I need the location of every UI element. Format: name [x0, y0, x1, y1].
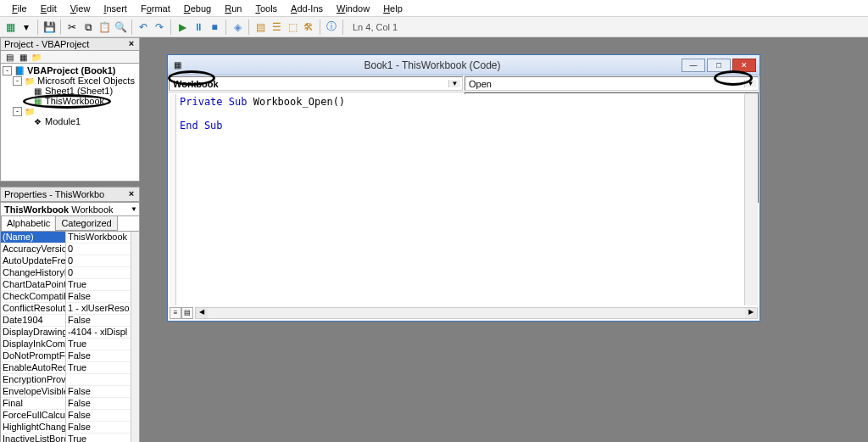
design-icon[interactable]: ◈ — [231, 20, 244, 34]
scroll-right-icon[interactable]: ▶ — [745, 308, 757, 318]
code-editor[interactable]: Private Sub Workbook_Open() End Sub — [170, 94, 758, 305]
project-explorer-icon[interactable]: ▤ — [253, 20, 267, 34]
tab-alphabetic[interactable]: Alphabetic — [1, 216, 56, 231]
toggle-folders-icon[interactable]: 📁 — [31, 51, 42, 63]
property-row[interactable]: AccuracyVersion0 — [1, 243, 131, 255]
properties-object-selector[interactable]: ThisWorkbook Workbook ▼ — [0, 202, 140, 216]
project-tree[interactable]: - 📘 VBAProject (Book1) - 📁 Microsoft Exc… — [0, 63, 140, 182]
property-value[interactable]: True — [66, 362, 131, 374]
toolbar-dd-icon[interactable]: ▾ — [19, 20, 33, 34]
cut-icon[interactable]: ✂ — [65, 20, 79, 34]
properties-scrollbar[interactable] — [131, 232, 139, 442]
menu-addins[interactable]: Add-Ins — [284, 2, 330, 15]
code-vertical-scrollbar[interactable] — [744, 94, 758, 305]
run-icon[interactable]: ▶ — [175, 20, 189, 34]
undo-icon[interactable]: ↶ — [136, 20, 150, 34]
property-row[interactable]: DisplayInkCommTrue — [1, 338, 131, 350]
chevron-down-icon[interactable]: ▼ — [131, 205, 137, 213]
property-value[interactable]: False — [66, 410, 131, 422]
menu-format[interactable]: Format — [134, 2, 177, 15]
menu-debug[interactable]: Debug — [177, 2, 218, 15]
property-value[interactable]: 0 — [66, 243, 131, 255]
property-value[interactable] — [66, 374, 131, 386]
property-value[interactable]: 1 - xlUserReso — [66, 303, 131, 315]
properties-icon[interactable]: ☰ — [270, 20, 283, 34]
property-value[interactable]: True — [66, 279, 131, 291]
menu-view[interactable]: View — [64, 2, 97, 15]
menu-window[interactable]: Window — [330, 2, 376, 15]
view-object-icon[interactable]: ▦ — [17, 51, 29, 63]
paste-icon[interactable]: 📋 — [97, 20, 111, 34]
chevron-down-icon[interactable]: ▼ — [448, 80, 460, 87]
help-icon[interactable]: ⓘ — [325, 20, 338, 34]
save-icon[interactable]: 💾 — [42, 20, 56, 34]
project-panel-close-icon[interactable]: × — [125, 38, 137, 50]
property-row[interactable]: DisplayDrawingO-4104 - xlDispl — [1, 327, 131, 338]
chevron-down-icon[interactable]: ▼ — [744, 80, 756, 87]
property-value[interactable]: -4104 - xlDispl — [66, 327, 131, 338]
property-value[interactable]: ThisWorkbook — [66, 232, 131, 243]
code-text[interactable]: Private Sub Workbook_Open() End Sub — [176, 94, 744, 305]
tree-thisworkbook[interactable]: ThisWorkbook — [45, 96, 104, 106]
properties-panel-close-icon[interactable]: × — [125, 188, 137, 200]
property-value[interactable]: True — [66, 338, 131, 350]
view-code-icon[interactable]: ▤ — [3, 51, 15, 63]
property-value[interactable]: 0 — [66, 267, 131, 279]
property-value[interactable]: 0 — [66, 255, 131, 267]
procedure-view-button[interactable]: ≡ — [170, 307, 181, 319]
procedure-dropdown[interactable]: Open ▼ ActivateAddinInstallAddinUninstal… — [465, 76, 759, 91]
minimize-button[interactable]: — — [682, 59, 705, 72]
property-value[interactable]: False — [66, 350, 131, 362]
reset-icon[interactable]: ■ — [208, 20, 221, 34]
property-row[interactable]: Date1904False — [1, 315, 131, 327]
property-row[interactable]: CheckCompatibilFalse — [1, 291, 131, 303]
property-row[interactable]: ChartDataPointTTrue — [1, 279, 131, 291]
property-row[interactable]: EncryptionProvi — [1, 374, 131, 386]
property-value[interactable]: False — [66, 315, 131, 327]
property-row[interactable]: ChangeHistoryD0 — [1, 267, 131, 279]
code-window-titlebar[interactable]: ▦ Book1 - ThisWorkbook (Code) — □ ✕ — [168, 55, 760, 76]
menu-run[interactable]: Run — [218, 2, 248, 15]
toolbox-icon[interactable]: 🛠 — [302, 20, 315, 34]
tree-vbaproject[interactable]: VBAProject (Book1) — [27, 65, 116, 76]
maximize-button[interactable]: □ — [707, 59, 731, 72]
find-icon[interactable]: 🔍 — [114, 20, 127, 34]
property-value[interactable]: False — [66, 386, 131, 398]
property-value[interactable]: True — [66, 434, 131, 442]
property-row[interactable]: AutoUpdateFreq0 — [1, 255, 131, 267]
tree-excel-objects[interactable]: Microsoft Excel Objects — [37, 76, 135, 86]
code-horizontal-scrollbar[interactable]: ◀ ▶ — [195, 307, 758, 319]
property-row[interactable]: ConflictResoluti1 - xlUserReso — [1, 303, 131, 315]
object-browser-icon[interactable]: ⬚ — [286, 20, 299, 34]
property-row[interactable]: ForceFullCalculaFalse — [1, 410, 131, 422]
property-row[interactable]: DoNotPromptForFalse — [1, 350, 131, 362]
tree-sheet1[interactable]: Sheet1 (Sheet1) — [45, 86, 113, 96]
menu-file[interactable]: File — [5, 2, 34, 15]
tab-categorized[interactable]: Categorized — [55, 216, 117, 231]
property-row[interactable]: EnableAutoRecoTrue — [1, 362, 131, 374]
tree-module1[interactable]: Module1 — [45, 116, 81, 126]
property-value[interactable]: False — [66, 422, 131, 434]
tree-expander[interactable]: - — [13, 76, 22, 86]
object-dropdown[interactable]: Workbook ▼ — [169, 76, 463, 91]
full-module-view-button[interactable]: ▤ — [181, 307, 193, 319]
menu-help[interactable]: Help — [376, 2, 409, 15]
tree-expander[interactable]: - — [13, 107, 22, 116]
property-row[interactable]: (Name)ThisWorkbook — [1, 232, 131, 243]
property-row[interactable]: FinalFalse — [1, 398, 131, 410]
property-row[interactable]: HighlightChangeFalse — [1, 422, 131, 434]
excel-icon[interactable]: ▦ — [3, 20, 17, 34]
menu-insert[interactable]: Insert — [97, 2, 134, 15]
scroll-left-icon[interactable]: ◀ — [196, 308, 208, 318]
menu-tools[interactable]: Tools — [248, 2, 284, 15]
menu-edit[interactable]: Edit — [34, 2, 64, 15]
properties-grid[interactable]: (Name)ThisWorkbookAccuracyVersion0AutoUp… — [0, 231, 140, 442]
property-row[interactable]: InactiveListBordTrue — [1, 434, 131, 442]
property-value[interactable]: False — [66, 291, 131, 303]
copy-icon[interactable]: ⧉ — [81, 20, 95, 34]
break-icon[interactable]: ⏸ — [192, 20, 205, 34]
close-button[interactable]: ✕ — [732, 59, 756, 72]
redo-icon[interactable]: ↷ — [153, 20, 166, 34]
property-value[interactable]: False — [66, 398, 131, 410]
tree-expander[interactable]: - — [3, 66, 12, 76]
